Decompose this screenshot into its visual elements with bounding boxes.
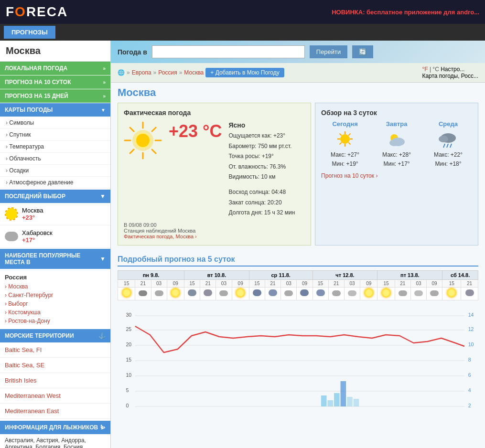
- svg-line-16: [340, 134, 342, 136]
- sidebar: Москва ЛОКАЛЬНАЯ ПОГОДА » ПРОГНОЗ НА 10 …: [0, 41, 111, 448]
- popular-city-4[interactable]: Ростов-на-Дону: [5, 317, 106, 325]
- day-min-2: Мин: +18°: [424, 160, 472, 169]
- weather-details-list: Ощущается как: +23° Барометр: 750 мм рт.…: [228, 131, 295, 182]
- promo-text: НОВИНКА: бесплатное приложение для andro…: [332, 9, 479, 16]
- day-icon-1: [385, 129, 409, 149]
- day-temps-0: Макс: +27° Мин: +19°: [321, 150, 369, 169]
- time-cell: 09: [297, 279, 313, 287]
- current-weather-panel: Фактическая погода: [118, 103, 311, 245]
- forecast-5day-section: Подробный прогноз на 5 суток пн 9.8. вт …: [111, 250, 485, 305]
- marine-item-4[interactable]: Mediterranean East: [0, 404, 110, 419]
- top-header: FORECA НОВИНКА: бесплатное приложение дл…: [0, 0, 485, 24]
- chevron-icon: ▼: [100, 193, 106, 200]
- search-bar: Погода в Перейти 🔄: [111, 41, 485, 63]
- time-cell: 21: [265, 279, 281, 287]
- sidebar-15day[interactable]: ПРОГНОЗ НА 15 ДНЕЙ »: [0, 89, 110, 103]
- marine-item-3[interactable]: Mediterranean West: [0, 388, 110, 404]
- weather-icon-cell: [360, 287, 377, 300]
- svg-line-9: [152, 128, 156, 131]
- city-title: Москва: [111, 83, 485, 103]
- sidebar-clouds[interactable]: Облачность: [0, 153, 110, 165]
- day-header-wed: ср 11.8.: [249, 270, 313, 279]
- sidebar-10day[interactable]: ПРОГНОЗ НА 10 СУТОК »: [0, 75, 110, 89]
- current-details: Ясно Ощущается как: +23° Барометр: 750 м…: [228, 121, 295, 218]
- logo-o: O: [15, 4, 26, 19]
- search-button[interactable]: Перейти: [310, 45, 348, 58]
- breadcrumb-europe[interactable]: Европа: [132, 69, 151, 76]
- sidebar-satellite[interactable]: Спутник: [0, 129, 110, 141]
- sidebar-temperature[interactable]: Температура: [0, 141, 110, 153]
- rain-svg: [436, 129, 460, 149]
- marine-item-0[interactable]: Baltic Sea, FI: [0, 342, 110, 358]
- svg-line-25: [443, 144, 445, 148]
- popular-country: Россия: [5, 271, 106, 282]
- weather-icon-cell: [377, 287, 395, 300]
- svg-text:2: 2: [468, 403, 471, 408]
- svg-rect-50: [327, 400, 333, 406]
- popular-section: Россия Москва Санкт-Петербург Выборг Кос…: [0, 269, 110, 327]
- search-input[interactable]: [152, 45, 305, 58]
- add-to-my-weather[interactable]: + Добавить в Мою Погоду: [205, 68, 284, 77]
- weather-icon-cell: [395, 287, 410, 300]
- time-cell: 21: [200, 279, 216, 287]
- svg-text:10: 10: [468, 341, 474, 347]
- visibility: Видимость: 10 км: [228, 172, 295, 182]
- popular-city-3[interactable]: Костомукша: [5, 308, 106, 317]
- forecast-10day-link[interactable]: Прогноз на 10 суток ›: [321, 172, 472, 179]
- promo-new: НОВИНКА: бесплатное приложение для andro…: [332, 9, 479, 16]
- arrow-icon: »: [103, 66, 106, 71]
- svg-text:12: 12: [468, 326, 474, 332]
- weather-panels: Фактическая погода: [111, 103, 485, 250]
- nav-forecasts[interactable]: ПРОГНОЗЫ: [4, 26, 55, 39]
- weather-icon-cell: [328, 287, 344, 300]
- sidebar-maps[interactable]: КАРТЫ ПОГОДЫ ▼: [0, 103, 110, 117]
- daylight: Долгота дня: 15 ч 32 мин: [228, 208, 295, 218]
- sun-rays-svg: [124, 121, 162, 160]
- actual-weather-link[interactable]: Фактическая погода, Москва ›: [124, 234, 197, 239]
- chevron-down-icon: ▼: [101, 107, 106, 113]
- popular-city-1[interactable]: Санкт-Петербург: [5, 291, 106, 299]
- breadcrumb-moscow[interactable]: Москва: [184, 69, 204, 76]
- marine-item-1[interactable]: Baltic Sea, SE: [0, 358, 110, 373]
- time-cell: 15: [249, 279, 265, 287]
- sidebar-local-weather[interactable]: ЛОКАЛЬНАЯ ПОГОДА »: [0, 62, 110, 75]
- location-temp: +23°: [22, 214, 43, 221]
- weather-icon-cell: [427, 287, 442, 300]
- weather-icon-cell: [167, 287, 184, 300]
- sidebar-location-moscow[interactable]: Москва +23°: [0, 203, 110, 225]
- day-header-thu: чт 12.8.: [313, 270, 377, 279]
- breadcrumb-russia[interactable]: Россия: [158, 69, 177, 76]
- weather-icon-cell: [151, 287, 167, 300]
- time-cell: 09: [427, 279, 442, 287]
- time-cell: 09: [360, 279, 377, 287]
- sunrise-info: Восход солнца: 04:48 Закат солнца: 20:20…: [228, 187, 295, 218]
- station-info: В 09/08 09:00 Станция наблюдений Москва …: [124, 222, 305, 239]
- location-name: Хабаровск: [22, 229, 53, 236]
- popular-city-2[interactable]: Выборг: [5, 299, 106, 308]
- sidebar-precipitation[interactable]: Осадки: [0, 165, 110, 177]
- svg-line-27: [450, 144, 452, 148]
- forecast-3day-panel: Обзор на 3 суток Сегодня: [315, 103, 478, 245]
- weather-icon-cell: [216, 287, 232, 300]
- popular-city-0[interactable]: Москва: [5, 282, 106, 291]
- svg-line-26: [447, 144, 448, 148]
- sidebar-pressure[interactable]: Атмосферное давление: [0, 177, 110, 189]
- svg-rect-49: [321, 395, 327, 406]
- globe-icon: 🌐: [118, 69, 125, 76]
- feels-like: Ощущается как: +23°: [228, 131, 295, 141]
- svg-text:0: 0: [126, 403, 129, 408]
- sidebar-symbols[interactable]: Символы: [0, 117, 110, 129]
- weather-icon-cell: [297, 287, 313, 300]
- day-header-mon: пн 9.8.: [118, 270, 184, 279]
- sun-icon: [5, 207, 18, 221]
- time-cell: 21: [328, 279, 344, 287]
- svg-text:8: 8: [468, 357, 471, 363]
- fahrenheit-toggle[interactable]: °F: [422, 66, 428, 73]
- breadcrumb-bar: 🌐 » Европа » Россия » Москва + Добавить …: [111, 63, 485, 83]
- refresh-button[interactable]: 🔄: [352, 45, 373, 58]
- sidebar-location-khabarovsk[interactable]: Хабаровск +17°: [0, 225, 110, 248]
- map-link[interactable]: Карта погоды, Росс...: [422, 73, 478, 79]
- temp-controls: °F | °C Настро... Карта погоды, Росс...: [422, 66, 478, 79]
- ski-icon: ⛷: [100, 424, 106, 431]
- marine-item-2[interactable]: British Isles: [0, 373, 110, 388]
